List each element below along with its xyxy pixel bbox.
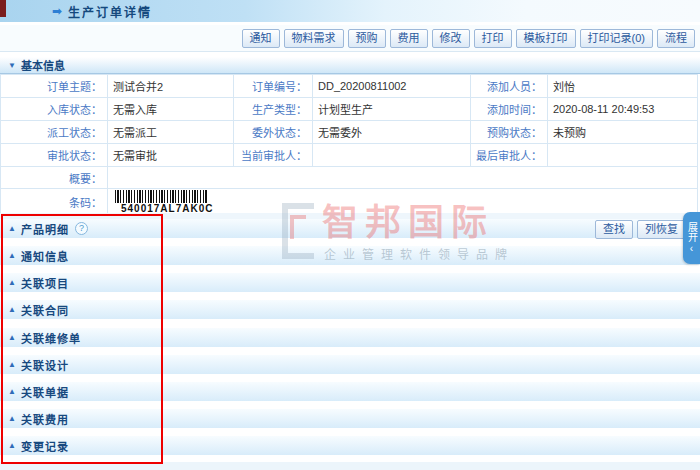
table-row: 概要： (1, 167, 698, 189)
toolbar: 通知 物料需求 预购 费用 修改 打印 模板打印 打印记录(0) 流程 (0, 25, 700, 52)
section-label: 变更记录 (21, 438, 69, 454)
field-value: 无需审批 (108, 144, 234, 167)
product-detail-tools: 查找 列恢复 (595, 220, 686, 239)
section-label: 通知信息 (21, 248, 69, 264)
section-label: 关联合同 (21, 302, 69, 318)
arrow-right-icon: ➡ (52, 4, 62, 18)
table-row: 派工状态： 无需派工 委外状态： 无需委外 预购状态： 未预购 (1, 121, 698, 144)
section-label: 关联项目 (21, 275, 69, 291)
section-related-cost[interactable]: ▲ 关联费用 (0, 409, 700, 428)
template-print-button[interactable]: 模板打印 (516, 29, 576, 48)
separator (0, 462, 700, 470)
summary-value (108, 167, 698, 189)
field-value: 未预购 (548, 121, 698, 144)
field-label: 添加人员： (471, 75, 548, 98)
section-product-detail[interactable]: ▲ 产品明细 ? 查找 列恢复 (0, 219, 700, 238)
help-icon[interactable]: ? (75, 222, 88, 235)
barcode-image (115, 190, 207, 203)
process-button[interactable]: 流程 (657, 29, 695, 48)
print-button[interactable]: 打印 (474, 29, 512, 48)
section-related-contract[interactable]: ▲ 关联合同 (0, 300, 700, 319)
modify-button[interactable]: 修改 (432, 29, 470, 48)
section-label: 产品明细 (21, 221, 69, 237)
field-value (313, 144, 471, 167)
cost-button[interactable]: 费用 (390, 29, 428, 48)
section-change-record[interactable]: ▲ 变更记录 (0, 436, 700, 455)
barcode-label: 条码： (1, 189, 108, 215)
triangle-up-icon: ▲ (8, 305, 16, 314)
page-header: ➡ 生产订单详情 (0, 0, 700, 22)
section-label: 关联费用 (21, 411, 69, 427)
field-label: 预购状态： (471, 121, 548, 144)
material-request-button[interactable]: 物料需求 (284, 29, 344, 48)
table-row: 条码： 540017AL7AK0C (1, 189, 698, 215)
triangle-up-icon: ▲ (8, 224, 16, 233)
chevron-left-icon: ‹ (690, 244, 693, 254)
triangle-up-icon: ▲ (8, 360, 16, 369)
section-related-project[interactable]: ▲ 关联项目 (0, 273, 700, 292)
triangle-down-icon: ▼ (8, 61, 16, 70)
field-label: 审批状态： (1, 144, 108, 167)
field-label: 当前审批人： (234, 144, 313, 167)
basic-info-table: 订单主题： 测试合并2 订单编号： DD_20200811002 添加人员： 刘… (0, 74, 698, 215)
summary-label: 概要： (1, 167, 108, 189)
field-value: 2020-08-11 20:49:53 (548, 98, 698, 121)
section-label: 关联单据 (21, 384, 69, 400)
triangle-up-icon: ▲ (8, 414, 16, 423)
field-value: DD_20200811002 (313, 75, 471, 98)
field-value: 刘怡 (548, 75, 698, 98)
section-related-design[interactable]: ▲ 关联设计 (0, 355, 700, 374)
field-value: 无需派工 (108, 121, 234, 144)
table-row: 订单主题： 测试合并2 订单编号： DD_20200811002 添加人员： 刘… (1, 75, 698, 98)
field-label: 订单编号： (234, 75, 313, 98)
basic-info-header[interactable]: ▼ 基本信息 (0, 57, 700, 74)
section-label: 关联维修单 (21, 330, 81, 346)
table-row: 审批状态： 无需审批 当前审批人： 最后审批人： (1, 144, 698, 167)
field-label: 添加时间： (471, 98, 548, 121)
field-value: 计划型生产 (313, 98, 471, 121)
field-value (548, 144, 698, 167)
print-record-button[interactable]: 打印记录(0) (580, 29, 653, 48)
production-order-detail-page: ➡ 生产订单详情 通知 物料需求 预购 费用 修改 打印 模板打印 打印记录(0… (0, 0, 700, 470)
field-label: 派工状态： (1, 121, 108, 144)
expand-panel-tab[interactable]: 展开 ‹ (683, 212, 700, 264)
expand-tab-label: 展开 (686, 222, 698, 242)
section-notice-info[interactable]: ▲ 通知信息 (0, 246, 700, 265)
triangle-up-icon: ▲ (8, 251, 16, 260)
table-row: 入库状态： 无需入库 生产类型： 计划型生产 添加时间： 2020-08-11 … (1, 98, 698, 121)
field-label: 委外状态： (234, 121, 313, 144)
field-label: 生产类型： (234, 98, 313, 121)
field-value: 无需委外 (313, 121, 471, 144)
field-value: 无需入库 (108, 98, 234, 121)
section-label: 关联设计 (21, 357, 69, 373)
field-label: 入库状态： (1, 98, 108, 121)
triangle-up-icon: ▲ (8, 333, 16, 342)
triangle-up-icon: ▲ (8, 441, 16, 450)
section-related-repair-order[interactable]: ▲ 关联维修单 (0, 328, 700, 347)
field-value: 测试合并2 (108, 75, 234, 98)
notify-button[interactable]: 通知 (242, 29, 280, 48)
page-title: 生产订单详情 (68, 3, 152, 20)
section-related-document[interactable]: ▲ 关联单据 (0, 382, 700, 401)
triangle-up-icon: ▲ (8, 278, 16, 287)
column-restore-button[interactable]: 列恢复 (637, 220, 686, 239)
field-label: 最后审批人： (471, 144, 548, 167)
find-button[interactable]: 查找 (595, 220, 633, 239)
basic-info-title: 基本信息 (21, 57, 65, 73)
field-label: 订单主题： (1, 75, 108, 98)
corner-marker (0, 0, 6, 17)
pre-purchase-button[interactable]: 预购 (348, 29, 386, 48)
triangle-up-icon: ▲ (8, 387, 16, 396)
barcode-cell: 540017AL7AK0C (108, 189, 698, 215)
